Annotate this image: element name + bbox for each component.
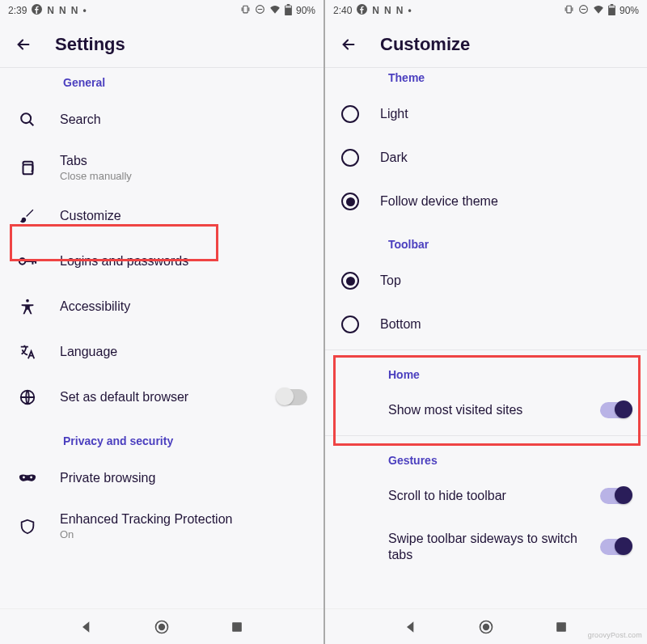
radio-icon — [341, 316, 359, 333]
back-icon[interactable] — [340, 36, 357, 53]
item-search[interactable]: Search — [0, 97, 324, 142]
item-accessibility[interactable]: Accessibility — [0, 284, 324, 329]
svg-point-14 — [159, 624, 165, 629]
page-title: Settings — [55, 34, 125, 55]
label: Language — [60, 345, 307, 359]
svg-rect-1 — [243, 6, 247, 13]
battery-icon — [285, 4, 292, 18]
battery-icon — [608, 4, 615, 18]
row-scroll-hide[interactable]: Scroll to hide toolbar — [325, 475, 647, 518]
divider — [325, 435, 647, 436]
nav-home-icon[interactable] — [154, 619, 170, 635]
label: Follow device theme — [380, 194, 498, 209]
facebook-icon — [32, 4, 42, 17]
svg-rect-15 — [232, 622, 242, 632]
item-logins[interactable]: Logins and passwords — [0, 239, 324, 284]
svg-point-6 — [21, 113, 31, 123]
nav-recent-icon[interactable] — [553, 619, 569, 635]
status-bar: 2:40 N N N • — [325, 0, 647, 21]
item-etp[interactable]: Enhanced Tracking Protection On — [0, 501, 324, 552]
section-header-general: General — [0, 68, 324, 97]
nav-back-icon[interactable] — [78, 619, 95, 635]
label: Dark — [380, 150, 408, 165]
wifi-icon — [593, 4, 604, 18]
svg-point-9 — [26, 299, 29, 303]
label: Customize — [60, 209, 307, 223]
radio-icon — [341, 272, 359, 290]
notif-n-icon: N — [71, 5, 78, 16]
globe-icon — [16, 388, 39, 406]
radio-icon — [341, 193, 359, 210]
nav-bar — [0, 608, 324, 644]
vibrate-icon — [240, 4, 251, 17]
section-header-gestures: Gestures — [325, 439, 647, 475]
section-header-home: Home — [325, 354, 647, 389]
label: Private browsing — [60, 471, 307, 485]
svg-point-11 — [23, 477, 25, 479]
item-private-browsing[interactable]: Private browsing — [0, 455, 324, 501]
svg-point-23 — [484, 624, 489, 629]
default-browser-toggle[interactable] — [277, 389, 307, 405]
radio-theme-light[interactable]: Light — [325, 92, 647, 136]
brush-icon — [16, 207, 39, 225]
back-icon[interactable] — [15, 36, 32, 53]
settings-screen: 2:39 N N N • — [0, 0, 324, 644]
scroll-hide-toggle[interactable] — [600, 488, 631, 504]
label: Light — [380, 107, 408, 121]
dot-icon: • — [82, 5, 86, 16]
facebook-icon — [357, 4, 367, 17]
nav-recent-icon[interactable] — [229, 619, 245, 635]
item-default-browser[interactable]: Set as default browser — [0, 375, 324, 420]
settings-content[interactable]: General Search Tabs Close manually — [0, 68, 324, 608]
mask-icon — [16, 469, 39, 487]
svg-rect-17 — [567, 6, 571, 13]
svg-rect-21 — [609, 6, 615, 7]
sub-label: On — [60, 528, 307, 540]
item-customize[interactable]: Customize — [0, 193, 324, 239]
radio-icon — [341, 149, 359, 167]
label: Scroll to hide toolbar — [388, 488, 587, 505]
item-language[interactable]: Language — [0, 329, 324, 375]
nav-home-icon[interactable] — [478, 619, 494, 635]
row-show-most-visited[interactable]: Show most visited sites — [325, 389, 647, 432]
dnd-icon — [578, 4, 589, 17]
status-battery-pct: 90% — [296, 5, 315, 16]
app-bar: Customize — [325, 21, 647, 68]
customize-content[interactable]: Theme Light Dark Follow device theme Too… — [325, 68, 647, 608]
vibrate-icon — [564, 4, 574, 17]
radio-theme-follow[interactable]: Follow device theme — [325, 180, 647, 223]
label: Search — [60, 112, 307, 127]
key-icon — [16, 252, 39, 270]
status-bar: 2:39 N N N • — [0, 0, 324, 21]
svg-rect-5 — [285, 6, 291, 7]
label: Set as default browser — [60, 390, 256, 405]
label: Swipe toolbar sideways to switch tabs — [388, 531, 587, 565]
app-bar: Settings — [0, 21, 324, 68]
radio-toolbar-bottom[interactable]: Bottom — [325, 303, 647, 346]
show-most-visited-toggle[interactable] — [600, 402, 631, 418]
radio-toolbar-top[interactable]: Top — [325, 259, 647, 303]
svg-point-8 — [19, 258, 25, 264]
notif-n-icon: N — [372, 5, 379, 16]
svg-rect-20 — [611, 4, 614, 6]
notif-n-icon: N — [384, 5, 391, 16]
svg-rect-4 — [287, 4, 290, 6]
label: Tabs — [60, 154, 307, 168]
item-tabs[interactable]: Tabs Close manually — [0, 142, 324, 193]
radio-icon — [341, 105, 359, 123]
sub-label: Close manually — [60, 170, 307, 182]
section-header-theme: Theme — [325, 68, 647, 92]
page-title: Customize — [380, 34, 470, 55]
wifi-icon — [269, 4, 281, 18]
nav-back-icon[interactable] — [403, 619, 419, 635]
shield-icon — [16, 518, 39, 536]
dot-icon: • — [408, 5, 411, 16]
status-battery-pct: 90% — [620, 5, 639, 16]
swipe-tabs-toggle[interactable] — [600, 539, 631, 555]
label: Show most visited sites — [388, 402, 587, 419]
label: Enhanced Tracking Protection — [60, 512, 307, 527]
label: Bottom — [380, 317, 421, 332]
radio-theme-dark[interactable]: Dark — [325, 136, 647, 180]
row-swipe-tabs[interactable]: Swipe toolbar sideways to switch tabs — [325, 518, 647, 578]
svg-rect-24 — [556, 622, 566, 632]
